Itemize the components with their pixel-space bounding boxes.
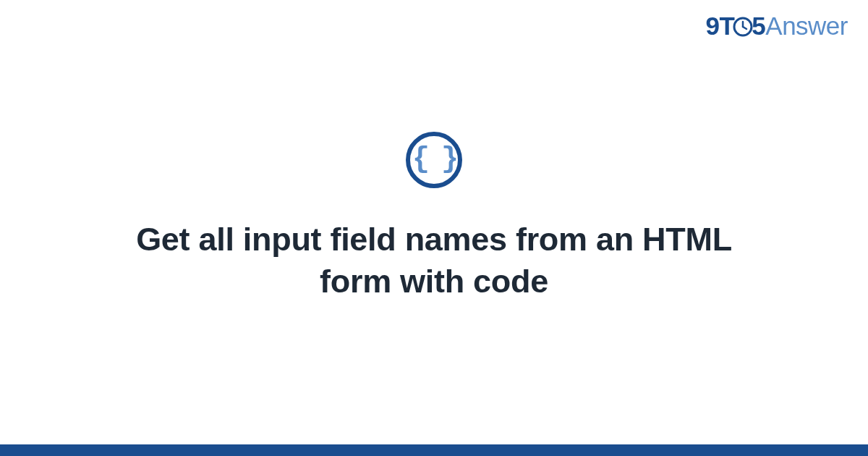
footer-accent-bar — [0, 444, 868, 456]
main-content: { } Get all input field names from an HT… — [0, 0, 868, 456]
topic-icon-circle: { } — [406, 132, 462, 188]
code-braces-icon: { } — [412, 145, 456, 174]
page-title: Get all input field names from an HTML f… — [101, 219, 767, 302]
